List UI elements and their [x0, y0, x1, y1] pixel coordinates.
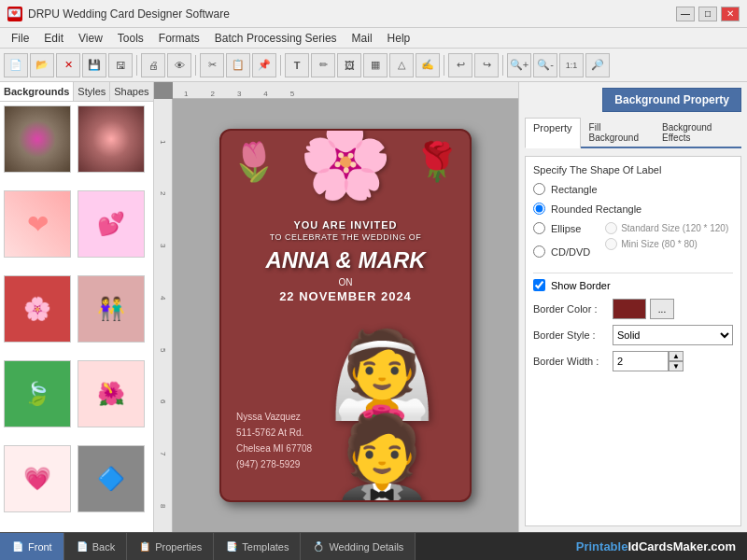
menu-tools[interactable]: Tools	[110, 30, 151, 47]
new-btn[interactable]: 📄	[4, 53, 28, 77]
bg-thumb-6[interactable]: 👫	[78, 275, 145, 343]
card-contact: Nyssa Vazquez 511-5762 At Rd. Chelsea MI…	[236, 409, 312, 472]
save-btn[interactable]: 💾	[82, 53, 106, 77]
ruler-left: 1 2 3 4 5 6 7 8	[154, 99, 173, 532]
watermark-text: PrintableIdCardsMaker.com	[576, 539, 736, 553]
spin-up-btn[interactable]: ▲	[669, 351, 684, 361]
size-mini: Mini Size (80 * 80)	[605, 238, 728, 250]
draw-btn[interactable]: ✏	[311, 53, 335, 77]
bg-thumb-1[interactable]	[4, 105, 71, 173]
delete-btn[interactable]: ✕	[56, 53, 80, 77]
tab-back[interactable]: 📄 Back	[64, 533, 127, 560]
tab-front[interactable]: 📄 Front	[0, 533, 64, 560]
sep4	[444, 55, 444, 76]
open-btn[interactable]: 📂	[30, 53, 54, 77]
tab-templates[interactable]: 📑 Templates	[214, 533, 301, 560]
shape-btn[interactable]: △	[389, 53, 414, 77]
zoom-magnify-btn[interactable]: 🔎	[585, 53, 610, 77]
tab-background-effects[interactable]: Background Effects	[654, 118, 741, 147]
cut-btn[interactable]: ✂	[200, 53, 224, 77]
minimize-btn[interactable]: —	[676, 7, 695, 21]
sep3	[280, 55, 281, 76]
maximize-btn[interactable]: □	[698, 7, 717, 21]
border-width-input-area: 2 ▲ ▼	[613, 351, 684, 371]
menu-file[interactable]: File	[4, 30, 36, 47]
text-btn[interactable]: T	[285, 53, 309, 77]
bg-thumb-2[interactable]	[78, 105, 145, 173]
zoom-in-btn[interactable]: 🔍+	[507, 53, 531, 77]
paste-btn[interactable]: 📌	[252, 53, 276, 77]
tab-shapes[interactable]: Shapes	[110, 82, 153, 101]
tab-properties-label: Properties	[155, 541, 202, 553]
print-btn[interactable]: 🖨	[141, 53, 165, 77]
radio-cd-row: CD/DVD	[533, 245, 590, 258]
radio-ellipse-row: Ellipse	[533, 222, 590, 234]
zoom-out-btn[interactable]: 🔍-	[533, 53, 557, 77]
watermark-printable: Printable	[576, 539, 628, 553]
image-btn[interactable]: 🖼	[337, 53, 361, 77]
border-color-browse-btn[interactable]: ...	[650, 299, 674, 319]
tab-front-label: Front	[28, 541, 52, 553]
menu-batch[interactable]: Batch Processing Series	[207, 30, 345, 47]
menu-help[interactable]: Help	[380, 30, 418, 47]
undo-btn[interactable]: ↩	[448, 53, 472, 77]
radio-cddvd[interactable]	[533, 245, 545, 258]
tab-wedding-details-label: Wedding Details	[329, 541, 403, 553]
tab-wedding-details[interactable]: 💍 Wedding Details	[301, 533, 416, 560]
tab-backgrounds[interactable]: Backgrounds	[0, 82, 74, 101]
card-date: 22 NOVEMBER 2024	[221, 289, 470, 303]
app-title: DRPU Wedding Card Designer Software	[28, 7, 676, 21]
menu-view[interactable]: View	[71, 30, 110, 47]
spin-down-btn[interactable]: ▼	[669, 361, 684, 371]
size-options: Standard Size (120 * 120) Mini Size (80 …	[605, 222, 728, 250]
property-content: Specify The Shape Of Label Rectangle Rou…	[525, 156, 741, 526]
card-on: ON	[221, 277, 470, 287]
border-width-input[interactable]: 2	[613, 351, 669, 371]
signature-btn[interactable]: ✍	[416, 53, 440, 77]
radio-rounded[interactable]	[533, 203, 545, 215]
border-style-row: Border Style : Solid Dashed Dotted	[533, 325, 733, 345]
canvas-area[interactable]: 1 2 3 4 5 1 2 3 4 5 6 7 8 🌸 🌷 🌹	[154, 82, 518, 532]
radio-ellipse[interactable]	[533, 222, 545, 234]
bg-thumb-7[interactable]: 🍃	[4, 360, 71, 427]
bg-thumb-3[interactable]: ❤	[4, 190, 71, 258]
border-color-swatch[interactable]	[613, 299, 646, 319]
menu-edit[interactable]: Edit	[36, 30, 71, 47]
window-controls: — □ ✕	[676, 7, 740, 21]
menu-mail[interactable]: Mail	[345, 30, 380, 47]
bg-thumb-4[interactable]: 💕	[78, 190, 145, 258]
tab-property[interactable]: Property	[525, 118, 581, 148]
watermark-rest: IdCardsMaker.com	[627, 539, 736, 553]
toolbar: 📄 📂 ✕ 💾 🖫 🖨 👁 ✂ 📋 📌 T ✏ 🖼 ▦ △ ✍ ↩ ↪ 🔍+ 🔍…	[0, 49, 747, 82]
bg-thumb-8[interactable]: 🌺	[78, 360, 145, 427]
radio-rectangle-row: Rectangle	[533, 183, 733, 195]
templates-icon: 📑	[225, 540, 238, 553]
copy-btn[interactable]: 📋	[226, 53, 250, 77]
flower-right: 🌹	[414, 140, 460, 184]
right-panel: Background Property Property Fill Backgr…	[518, 82, 747, 532]
tab-fill-background[interactable]: Fill Background	[581, 118, 654, 147]
border-style-select[interactable]: Solid Dashed Dotted	[613, 325, 733, 345]
barcode-btn[interactable]: ▦	[363, 53, 388, 77]
close-btn[interactable]: ✕	[721, 7, 740, 21]
bg-property-btn[interactable]: Background Property	[602, 88, 741, 112]
redo-btn[interactable]: ↪	[474, 53, 499, 77]
zoom-fit-btn[interactable]: 1:1	[559, 53, 584, 77]
tab-properties[interactable]: 📋 Properties	[127, 533, 214, 560]
ellipse-cd-col: Ellipse CD/DVD	[533, 222, 590, 265]
bg-thumb-9[interactable]: 💗	[4, 445, 71, 512]
background-grid: ❤ 💕 🌸 👫 🍃 🌺 💗 🔷	[0, 102, 153, 532]
contact-addr1: 511-5762 At Rd.	[236, 425, 312, 441]
ellipse-cd-area: Ellipse CD/DVD Standard Size (120 * 120)	[533, 222, 733, 265]
bg-thumb-10[interactable]: 🔷	[78, 445, 145, 512]
save-as-btn[interactable]: 🖫	[108, 53, 133, 77]
bg-thumb-5[interactable]: 🌸	[4, 275, 71, 343]
main-area: Backgrounds Styles Shapes ❤ 💕 🌸 👫 🍃 🌺 💗 …	[0, 82, 747, 532]
tab-styles[interactable]: Styles	[74, 82, 110, 101]
canvas-content: 🌸 🌷 🌹 YOU ARE INVITED TO CELEBRATE THE W…	[173, 99, 518, 532]
radio-rectangle[interactable]	[533, 183, 545, 195]
mini-size-label: Mini Size (80 * 80)	[621, 239, 698, 249]
menu-formats[interactable]: Formats	[151, 30, 207, 47]
preview-btn[interactable]: 👁	[167, 53, 191, 77]
show-border-checkbox[interactable]	[533, 279, 545, 291]
